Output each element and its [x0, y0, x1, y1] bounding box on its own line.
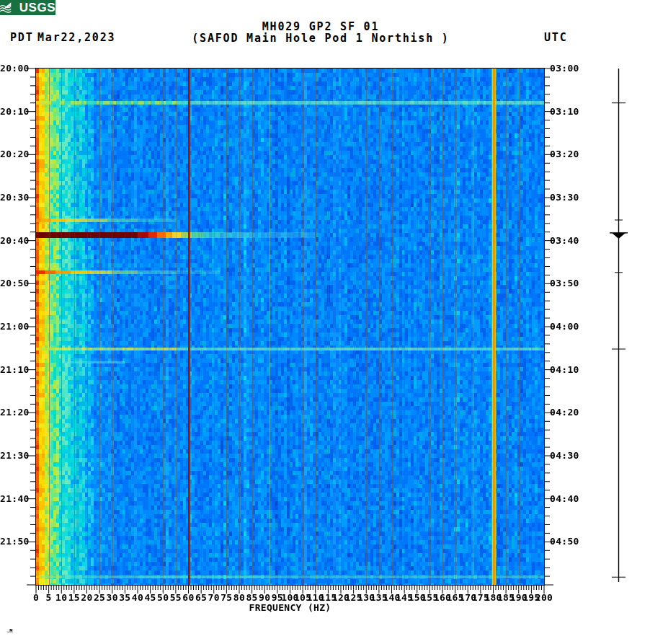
right-axis-label: 03:00: [550, 63, 579, 74]
usgs-logo-text: USGS: [19, 0, 55, 15]
left-axis-label: 20:10: [0, 107, 29, 117]
left-axis-label: 20:40: [0, 236, 29, 246]
right-axis-label: 04:30: [550, 451, 579, 461]
left-axis-label: 20:20: [0, 149, 29, 159]
right-axis-label: 04:50: [550, 537, 579, 547]
right-axis-label: 04:40: [550, 494, 579, 504]
right-axis-label: 04:00: [550, 322, 579, 332]
right-axis-label: 03:30: [550, 193, 579, 203]
left-axis-label: 21:00: [0, 322, 29, 332]
corner-mark: .M: [6, 628, 12, 634]
left-axis-label: 20:30: [0, 193, 29, 203]
frequency-tick-label: 200: [522, 593, 566, 603]
right-axis-label: 03:20: [550, 149, 579, 159]
left-axis-label: 21:50: [0, 537, 29, 547]
spectrogram-page: USGS PDT Mar22,2023 MH029 GP2 SF 01 (SAF…: [0, 0, 650, 644]
right-axis-label: 03:10: [550, 107, 579, 117]
spectrogram-heatmap: [36, 69, 544, 585]
timezone-right-label: UTC: [544, 32, 568, 43]
left-axis-label: 21:10: [0, 365, 29, 375]
right-axis-label: 04:10: [550, 365, 579, 375]
left-axis-label: 21:40: [0, 494, 29, 504]
right-axis-label: 03:50: [550, 278, 579, 288]
usgs-logo: USGS: [0, 0, 55, 15]
station-title: MH029 GP2 SF 01: [0, 22, 641, 32]
left-axis-label: 20:00: [0, 63, 29, 74]
right-axis-label: 03:40: [550, 236, 579, 246]
usgs-wave-icon: [0, 1, 18, 14]
left-axis-label: 20:50: [0, 278, 29, 288]
left-axis-label: 21:20: [0, 407, 29, 418]
frequency-axis-title: FREQUENCY (HZ): [36, 602, 544, 613]
left-axis-label: 21:30: [0, 451, 29, 461]
right-axis-label: 04:20: [550, 407, 579, 418]
